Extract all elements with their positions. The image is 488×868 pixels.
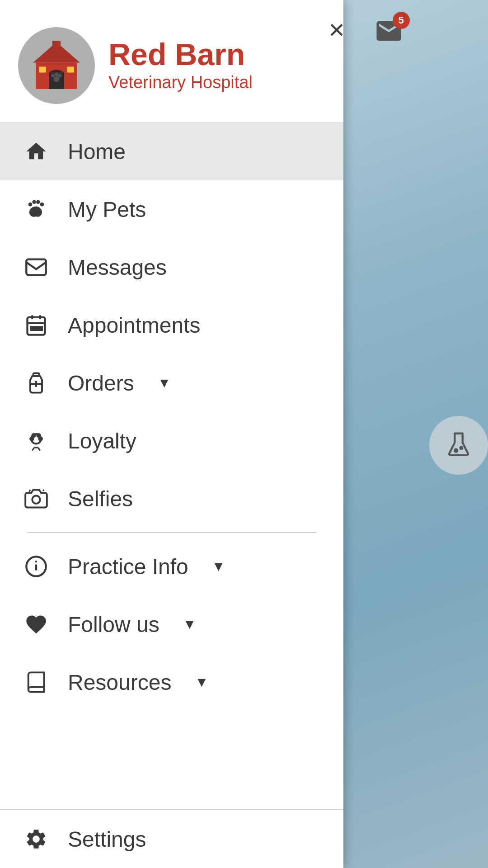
message-badge: 5 bbox=[393, 12, 410, 29]
svg-rect-22 bbox=[35, 327, 38, 330]
logo-circle bbox=[18, 27, 95, 104]
home-icon bbox=[23, 138, 50, 165]
navigation-drawer: Red Barn Veterinary Hospital Home bbox=[0, 0, 343, 868]
gear-icon bbox=[23, 826, 50, 853]
svg-point-35 bbox=[36, 561, 37, 562]
practice-info-chevron-icon: ▼ bbox=[212, 559, 225, 574]
svg-point-9 bbox=[51, 74, 55, 77]
sidebar-item-orders-label: Orders bbox=[68, 371, 134, 396]
close-button[interactable]: × bbox=[321, 14, 352, 45]
sidebar-item-home-label: Home bbox=[68, 139, 126, 164]
nav-list: Home My Pets Me bbox=[0, 123, 343, 809]
sidebar-item-appointments[interactable]: Appointments bbox=[0, 296, 343, 354]
svg-rect-21 bbox=[31, 327, 34, 330]
sidebar-item-resources-label: Resources bbox=[68, 670, 171, 695]
svg-rect-6 bbox=[39, 67, 46, 73]
brand-subtitle: Veterinary Hospital bbox=[108, 71, 253, 94]
svg-point-13 bbox=[32, 200, 36, 204]
sidebar-item-practice-info-label: Practice Info bbox=[68, 554, 188, 579]
svg-point-0 bbox=[455, 449, 457, 452]
svg-point-12 bbox=[28, 203, 33, 207]
svg-point-30 bbox=[30, 437, 33, 440]
sidebar-item-loyalty-label: Loyalty bbox=[68, 429, 136, 453]
drawer-header: Red Barn Veterinary Hospital bbox=[0, 0, 343, 123]
bottle-icon bbox=[23, 369, 50, 396]
calendar-icon bbox=[23, 311, 50, 339]
sidebar-item-practice-info[interactable]: Practice Info ▼ bbox=[0, 538, 343, 595]
sidebar-item-messages-label: Messages bbox=[68, 255, 167, 280]
svg-point-28 bbox=[32, 434, 35, 437]
sidebar-item-follow-us[interactable]: Follow us ▼ bbox=[0, 595, 343, 653]
brand-name: Red Barn bbox=[108, 38, 253, 71]
float-action-button[interactable] bbox=[429, 416, 488, 475]
svg-point-15 bbox=[40, 203, 44, 207]
svg-point-11 bbox=[58, 74, 62, 77]
follow-us-chevron-icon: ▼ bbox=[183, 617, 197, 632]
sidebar-item-home[interactable]: Home bbox=[0, 123, 343, 180]
svg-point-31 bbox=[39, 437, 42, 440]
barn-logo-icon bbox=[27, 36, 86, 95]
sidebar-item-my-pets-label: My Pets bbox=[68, 197, 146, 222]
svg-point-8 bbox=[54, 76, 60, 82]
sidebar-item-appointments-label: Appointments bbox=[68, 313, 201, 338]
flask-icon bbox=[443, 429, 474, 461]
svg-point-14 bbox=[36, 200, 40, 204]
sidebar-item-my-pets[interactable]: My Pets bbox=[0, 180, 343, 238]
message-nav-icon bbox=[23, 254, 50, 281]
heart-icon bbox=[23, 611, 50, 638]
sidebar-item-loyalty[interactable]: Loyalty bbox=[0, 412, 343, 470]
info-icon bbox=[23, 553, 50, 580]
svg-rect-23 bbox=[39, 327, 42, 330]
sidebar-item-selfies-label: Selfies bbox=[68, 486, 133, 511]
message-button[interactable]: 5 bbox=[371, 14, 407, 50]
book-icon bbox=[23, 669, 50, 696]
svg-rect-16 bbox=[26, 259, 46, 275]
sidebar-item-messages[interactable]: Messages bbox=[0, 238, 343, 296]
svg-point-1 bbox=[460, 447, 463, 449]
sidebar-item-orders[interactable]: Orders ▼ bbox=[0, 354, 343, 412]
sidebar-item-settings[interactable]: Settings bbox=[0, 809, 343, 868]
settings-label: Settings bbox=[68, 827, 146, 852]
svg-point-29 bbox=[37, 434, 40, 437]
loyalty-icon bbox=[23, 427, 50, 454]
sidebar-item-selfies[interactable]: Selfies bbox=[0, 470, 343, 528]
sidebar-item-follow-us-label: Follow us bbox=[68, 612, 160, 637]
orders-chevron-icon: ▼ bbox=[158, 375, 171, 391]
nav-divider bbox=[27, 532, 316, 533]
svg-rect-7 bbox=[67, 67, 74, 73]
svg-point-32 bbox=[32, 496, 40, 504]
sidebar-item-resources[interactable]: Resources ▼ bbox=[0, 653, 343, 711]
brand-text: Red Barn Veterinary Hospital bbox=[108, 38, 253, 94]
camera-icon bbox=[23, 485, 50, 512]
paw-icon bbox=[23, 196, 50, 223]
resources-chevron-icon: ▼ bbox=[195, 675, 208, 690]
svg-rect-4 bbox=[52, 41, 61, 47]
svg-point-10 bbox=[55, 73, 58, 76]
